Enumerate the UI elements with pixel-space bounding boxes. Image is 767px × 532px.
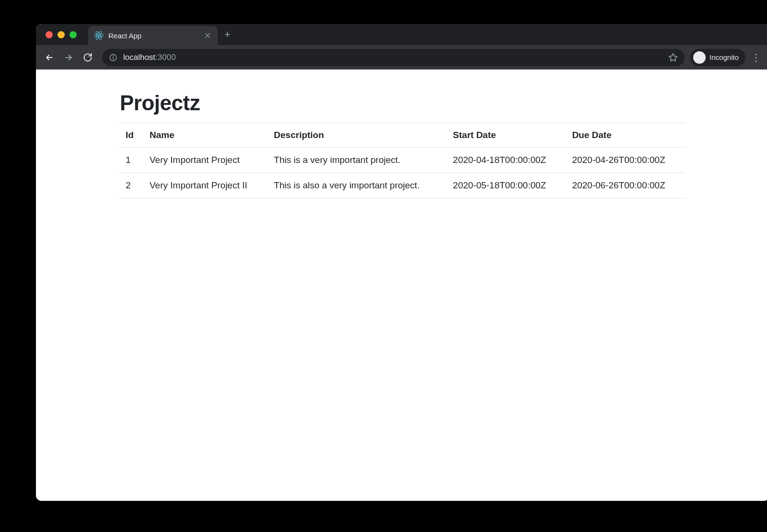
window-controls — [42, 31, 82, 38]
back-button[interactable] — [41, 49, 58, 66]
svg-marker-7 — [669, 53, 677, 61]
svg-point-0 — [98, 35, 100, 36]
incognito-icon — [693, 51, 706, 64]
cell-description: This is a very important project. — [268, 148, 447, 173]
col-id: Id — [120, 123, 144, 148]
tab-title: React App — [108, 32, 198, 40]
cell-id: 2 — [120, 173, 144, 198]
browser-window: React App + localhost:3000 — [36, 24, 767, 501]
browser-menu-button[interactable]: ⋮ — [747, 49, 765, 66]
table-row: 2 Very Important Project II This is also… — [120, 173, 686, 198]
projects-table: Id Name Description Start Date Due Date … — [120, 123, 686, 198]
cell-name: Very Important Project — [144, 148, 268, 173]
cell-start-date: 2020-05-18T00:00:00Z — [447, 173, 567, 198]
address-bar[interactable]: localhost:3000 — [102, 49, 685, 66]
col-description: Description — [268, 123, 447, 148]
url-text: localhost:3000 — [123, 53, 662, 62]
forward-button[interactable] — [60, 49, 77, 66]
incognito-badge[interactable]: Incognito — [690, 49, 745, 66]
incognito-label: Incognito — [709, 53, 739, 61]
cell-due-date: 2020-04-26T00:00:00Z — [566, 148, 686, 173]
table-row: 1 Very Important Project This is a very … — [120, 148, 686, 173]
window-close-button[interactable] — [46, 31, 53, 38]
browser-toolbar: localhost:3000 Incognito ⋮ — [36, 45, 767, 69]
window-minimize-button[interactable] — [58, 31, 65, 38]
page-title: Projectz — [120, 91, 686, 115]
col-due-date: Due Date — [566, 123, 686, 148]
reload-button[interactable] — [79, 49, 96, 66]
col-start-date: Start Date — [447, 123, 567, 148]
bookmark-icon[interactable] — [668, 53, 678, 62]
cell-id: 1 — [120, 148, 144, 173]
cell-start-date: 2020-04-18T00:00:00Z — [447, 148, 567, 173]
svg-point-6 — [113, 55, 114, 56]
new-tab-button[interactable]: + — [218, 28, 237, 41]
window-maximize-button[interactable] — [70, 31, 77, 38]
cell-name: Very Important Project II — [144, 173, 268, 198]
tab-bar: React App + — [36, 24, 767, 45]
browser-chrome: React App + localhost:3000 — [36, 24, 767, 69]
col-name: Name — [144, 123, 268, 148]
browser-tab[interactable]: React App — [88, 26, 218, 45]
cell-description: This is also a very important project. — [268, 173, 447, 198]
page-content: Projectz Id Name Description Start Date … — [36, 69, 767, 501]
close-tab-icon[interactable] — [203, 31, 212, 40]
cell-due-date: 2020-06-26T00:00:00Z — [566, 173, 686, 198]
table-header-row: Id Name Description Start Date Due Date — [120, 123, 686, 148]
site-info-icon[interactable] — [109, 53, 117, 62]
react-icon — [94, 31, 104, 40]
